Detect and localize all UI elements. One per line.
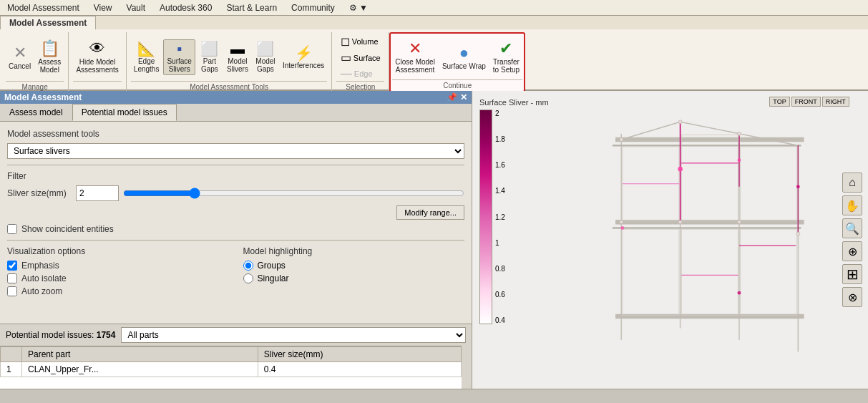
- nav-right-label: RIGHT: [822, 97, 849, 107]
- joint-6: [738, 220, 741, 224]
- sliver-size-input[interactable]: [76, 185, 119, 201]
- panel-pin-button[interactable]: 📌: [447, 92, 457, 102]
- ribbon-group-selection: ◻ Volume ▭ Surface — Edge Selection: [332, 32, 389, 92]
- menu-settings[interactable]: ⚙ ▼: [342, 1, 375, 14]
- surface-wrap-icon: ●: [459, 45, 469, 61]
- vp-zoom-button[interactable]: 🔍: [842, 218, 862, 238]
- vp-reset-button[interactable]: ⊗: [842, 287, 862, 307]
- auto-isolate-checkbox[interactable]: [7, 273, 17, 283]
- transfer-icon: ✔: [499, 41, 512, 57]
- cancel-button[interactable]: ✕ Cancel: [6, 44, 34, 72]
- part-gaps-label: PartGaps: [201, 57, 218, 73]
- cancel-icon: ✕: [14, 45, 26, 61]
- model-slivers-label: ModelSlivers: [227, 57, 248, 73]
- menu-autodesk360[interactable]: Autodesk 360: [152, 1, 219, 14]
- vp-zoom-in-button[interactable]: ⊕: [842, 241, 862, 261]
- main-area: Model Assessment 📌 ✕ Assess model Potent…: [0, 91, 868, 389]
- surface-slivers-label: SurfaceSlivers: [167, 57, 191, 73]
- continue-buttons: ✕ Close ModelAssessment ● Surface Wrap ✔…: [392, 35, 522, 79]
- singular-label: Singular: [258, 273, 289, 283]
- close-model-button[interactable]: ✕ Close ModelAssessment: [392, 39, 438, 75]
- vis-label: Visualization options: [7, 246, 229, 256]
- table-row[interactable]: 1 CLAN_Upper_Fr... 0.4: [1, 362, 462, 377]
- edge-button[interactable]: — Edge: [338, 67, 384, 81]
- modify-range-button[interactable]: Modify range...: [396, 205, 464, 220]
- tab-assess-model[interactable]: Assess model: [0, 104, 72, 121]
- menu-view[interactable]: View: [87, 1, 120, 14]
- issues-filter-dropdown[interactable]: All parts Selected parts: [121, 327, 466, 343]
- menu-start-learn[interactable]: Start & Learn: [219, 1, 284, 14]
- ribbon-tab-model-assessment[interactable]: Model Assessment: [0, 16, 96, 29]
- panel-controls: 📌 ✕: [447, 92, 467, 102]
- panel-close-button[interactable]: ✕: [460, 92, 467, 102]
- vp-pan-button[interactable]: ✋: [842, 195, 862, 215]
- sliver-size-row: Sliver size(mm): [7, 185, 464, 201]
- nav-cube-labels: TOP FRONT RIGHT: [769, 97, 849, 107]
- col-num: [1, 347, 22, 362]
- menu-vault[interactable]: Vault: [120, 1, 152, 14]
- panel-body: Model assessment tools Surface slivers E…: [0, 122, 472, 324]
- table-scrollbar[interactable]: [462, 346, 472, 389]
- interferences-button[interactable]: ⚡ Interferences: [280, 44, 327, 71]
- panel-title: Model Assessment: [4, 92, 82, 102]
- hide-model-button[interactable]: 👁 Hide ModelAssessments: [73, 39, 121, 75]
- auto-isolate-label: Auto isolate: [21, 273, 67, 283]
- auto-zoom-checkbox[interactable]: [7, 286, 17, 296]
- menu-community[interactable]: Community: [284, 1, 342, 14]
- sliver-size-label: Sliver size(mm): [7, 188, 72, 198]
- visualization-section: Visualization options Emphasis Auto isol…: [7, 246, 229, 299]
- emphasis-label: Emphasis: [21, 261, 59, 271]
- panel-titlebar: Model Assessment 📌 ✕: [0, 91, 472, 104]
- volume-button[interactable]: ◻ Volume: [338, 34, 384, 49]
- manage-buttons: ✕ Cancel 📋 AssessModel: [6, 34, 64, 81]
- vp-home-button[interactable]: ⌂: [842, 173, 862, 193]
- emphasis-checkbox[interactable]: [7, 261, 17, 271]
- nav-top-label: TOP: [769, 97, 789, 107]
- joint-5: [678, 220, 682, 224]
- ribbon-group-tools: 📐 EdgeLengths ▪ SurfaceSlivers ⬜ PartGap…: [127, 32, 332, 92]
- surface-wrap-button[interactable]: ● Surface Wrap: [439, 44, 489, 72]
- row-parent: CLAN_Upper_Fr...: [22, 362, 258, 377]
- auto-zoom-label: Auto zoom: [21, 286, 62, 296]
- row-size: 0.4: [258, 362, 461, 377]
- scale-label-12: 1.2: [495, 213, 505, 221]
- sliver-slider[interactable]: [123, 188, 464, 199]
- ribbon-group-continue: ✕ Close ModelAssessment ● Surface Wrap ✔…: [389, 32, 525, 92]
- interferences-label: Interferences: [283, 62, 324, 69]
- transfer-to-setup-button[interactable]: ✔ Transferto Setup: [490, 39, 522, 75]
- surface-button[interactable]: ▭ Surface: [338, 50, 384, 65]
- tab-potential-issues[interactable]: Potential model issues: [72, 104, 177, 121]
- sliver-dot-5: [738, 291, 741, 295]
- issues-bar: Potential model issues: 1754 All parts S…: [0, 324, 472, 346]
- menu-model-assessment[interactable]: Model Assessment: [0, 1, 87, 14]
- scale-label-18: 1.8: [495, 135, 505, 143]
- divider-1: [7, 165, 464, 165]
- tools-dropdown[interactable]: Surface slivers Edge lengths Part gaps M…: [7, 143, 464, 159]
- part-gaps-icon: ⬜: [200, 42, 218, 56]
- vp-zoom-out-button[interactable]: ⊞: [842, 264, 862, 284]
- selection-buttons: ◻ Volume ▭ Surface — Edge: [338, 34, 384, 81]
- continue-group-title: Continue: [392, 79, 522, 89]
- surface-label: Surface: [353, 54, 381, 62]
- 3d-viewport: Surface Sliver - mm 2 1.8 1.6 1.4 1.2 1 …: [472, 91, 868, 389]
- ribbon-content: ✕ Cancel 📋 AssessModel Manage 👁 Hide Mod…: [0, 29, 868, 92]
- show-coincident-checkbox[interactable]: [7, 224, 17, 234]
- model-gaps-button[interactable]: ⬜ ModelGaps: [253, 40, 278, 74]
- nav-front-label: FRONT: [791, 97, 821, 107]
- menu-bar: Model Assessment View Vault Autodesk 360…: [0, 0, 868, 16]
- part-gaps-button[interactable]: ⬜ PartGaps: [197, 40, 223, 74]
- surface-slivers-button[interactable]: ▪ SurfaceSlivers: [163, 39, 195, 75]
- edge-lengths-button[interactable]: 📐 EdgeLengths: [131, 40, 162, 74]
- ribbon-group-hide: 👁 Hide ModelAssessments: [69, 32, 126, 92]
- singular-radio[interactable]: [243, 273, 253, 283]
- ribbon: Model Assessment ✕ Cancel 📋 AssessModel …: [0, 16, 868, 91]
- nav-cube-area: TOP FRONT RIGHT: [781, 97, 838, 140]
- issues-table: Parent part Sliver size(mm) 1 CLAN_Upper…: [0, 346, 462, 389]
- hide-model-label: Hide ModelAssessments: [76, 58, 118, 74]
- groups-radio[interactable]: [243, 261, 253, 271]
- ribbon-tabs: Model Assessment: [0, 16, 868, 29]
- row-num: 1: [1, 362, 22, 377]
- assess-model-button[interactable]: 📋 AssessModel: [35, 39, 64, 75]
- model-slivers-button[interactable]: ▬ ModelSlivers: [224, 40, 251, 74]
- edge-lengths-label: EdgeLengths: [134, 57, 160, 73]
